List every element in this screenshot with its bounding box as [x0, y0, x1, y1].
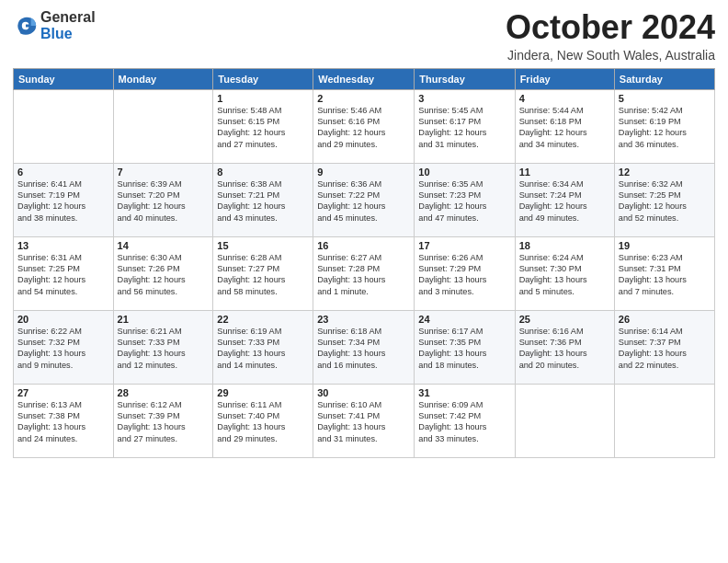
day-number: 6	[17, 167, 109, 178]
day-info: Sunrise: 6:34 AM Sunset: 7:24 PM Dayligh…	[519, 178, 610, 224]
col-tuesday: Tuesday	[213, 68, 313, 89]
day-info: Sunrise: 6:27 AM Sunset: 7:28 PM Dayligh…	[317, 252, 410, 298]
calendar-header-row: Sunday Monday Tuesday Wednesday Thursday…	[14, 68, 715, 89]
page: General Blue October 2024 Jindera, New S…	[0, 0, 728, 563]
table-row: 6Sunrise: 6:41 AM Sunset: 7:19 PM Daylig…	[14, 163, 114, 236]
day-info: Sunrise: 6:36 AM Sunset: 7:22 PM Dayligh…	[317, 178, 410, 224]
day-info: Sunrise: 6:10 AM Sunset: 7:41 PM Dayligh…	[317, 399, 410, 445]
day-info: Sunrise: 6:12 AM Sunset: 7:39 PM Dayligh…	[118, 399, 210, 445]
day-info: Sunrise: 5:46 AM Sunset: 6:16 PM Dayligh…	[317, 105, 410, 151]
table-row: 5Sunrise: 5:42 AM Sunset: 6:19 PM Daylig…	[614, 89, 714, 163]
day-number: 16	[317, 240, 410, 251]
day-number: 23	[317, 314, 410, 325]
day-info: Sunrise: 5:45 AM Sunset: 6:17 PM Dayligh…	[418, 105, 510, 151]
day-info: Sunrise: 6:24 AM Sunset: 7:30 PM Dayligh…	[519, 252, 610, 298]
day-info: Sunrise: 6:30 AM Sunset: 7:26 PM Dayligh…	[118, 252, 210, 298]
table-row: 15Sunrise: 6:28 AM Sunset: 7:27 PM Dayli…	[213, 236, 313, 310]
day-number: 22	[217, 314, 309, 325]
calendar-week-row: 20Sunrise: 6:22 AM Sunset: 7:32 PM Dayli…	[14, 310, 715, 384]
day-info: Sunrise: 6:35 AM Sunset: 7:23 PM Dayligh…	[418, 178, 510, 224]
day-number: 20	[17, 314, 109, 325]
day-info: Sunrise: 5:48 AM Sunset: 6:15 PM Dayligh…	[217, 105, 309, 151]
table-row: 3Sunrise: 5:45 AM Sunset: 6:17 PM Daylig…	[415, 89, 515, 163]
col-saturday: Saturday	[614, 68, 714, 89]
day-info: Sunrise: 6:09 AM Sunset: 7:42 PM Dayligh…	[418, 399, 510, 445]
day-number: 19	[619, 240, 711, 251]
day-info: Sunrise: 6:13 AM Sunset: 7:38 PM Dayligh…	[17, 399, 109, 445]
table-row: 23Sunrise: 6:18 AM Sunset: 7:34 PM Dayli…	[313, 310, 415, 384]
day-info: Sunrise: 6:11 AM Sunset: 7:40 PM Dayligh…	[217, 399, 309, 445]
logo: General Blue	[13, 9, 96, 41]
day-info: Sunrise: 6:38 AM Sunset: 7:21 PM Dayligh…	[217, 178, 309, 224]
table-row: 17Sunrise: 6:26 AM Sunset: 7:29 PM Dayli…	[415, 236, 515, 310]
col-friday: Friday	[515, 68, 614, 89]
logo-general-label: General	[40, 9, 96, 26]
calendar-week-row: 13Sunrise: 6:31 AM Sunset: 7:25 PM Dayli…	[14, 236, 715, 310]
header: General Blue October 2024 Jindera, New S…	[13, 9, 715, 63]
day-number: 26	[619, 314, 711, 325]
day-info: Sunrise: 6:31 AM Sunset: 7:25 PM Dayligh…	[17, 252, 109, 298]
table-row: 12Sunrise: 6:32 AM Sunset: 7:25 PM Dayli…	[614, 163, 714, 236]
day-info: Sunrise: 6:16 AM Sunset: 7:36 PM Dayligh…	[519, 326, 610, 372]
day-number: 4	[519, 93, 610, 104]
col-thursday: Thursday	[415, 68, 515, 89]
table-row: 31Sunrise: 6:09 AM Sunset: 7:42 PM Dayli…	[415, 384, 515, 457]
table-row: 29Sunrise: 6:11 AM Sunset: 7:40 PM Dayli…	[213, 384, 313, 457]
day-info: Sunrise: 6:22 AM Sunset: 7:32 PM Dayligh…	[17, 326, 109, 372]
table-row	[515, 384, 614, 457]
table-row: 25Sunrise: 6:16 AM Sunset: 7:36 PM Dayli…	[515, 310, 614, 384]
table-row: 14Sunrise: 6:30 AM Sunset: 7:26 PM Dayli…	[113, 236, 213, 310]
main-title: October 2024	[506, 9, 715, 46]
table-row: 8Sunrise: 6:38 AM Sunset: 7:21 PM Daylig…	[213, 163, 313, 236]
table-row	[113, 89, 213, 163]
table-row: 22Sunrise: 6:19 AM Sunset: 7:33 PM Dayli…	[213, 310, 313, 384]
table-row: 7Sunrise: 6:39 AM Sunset: 7:20 PM Daylig…	[113, 163, 213, 236]
col-sunday: Sunday	[14, 68, 114, 89]
day-number: 17	[418, 240, 510, 251]
table-row	[14, 89, 114, 163]
day-number: 30	[317, 387, 410, 398]
calendar-week-row: 1Sunrise: 5:48 AM Sunset: 6:15 PM Daylig…	[14, 89, 715, 163]
day-info: Sunrise: 5:42 AM Sunset: 6:19 PM Dayligh…	[619, 105, 711, 151]
day-number: 1	[217, 93, 309, 104]
day-info: Sunrise: 5:44 AM Sunset: 6:18 PM Dayligh…	[519, 105, 610, 151]
logo-blue-label: Blue	[40, 26, 96, 42]
day-number: 3	[418, 93, 510, 104]
table-row: 9Sunrise: 6:36 AM Sunset: 7:22 PM Daylig…	[313, 163, 415, 236]
day-number: 5	[619, 93, 711, 104]
table-row: 20Sunrise: 6:22 AM Sunset: 7:32 PM Dayli…	[14, 310, 114, 384]
day-number: 27	[17, 387, 109, 398]
day-number: 13	[17, 240, 109, 251]
table-row: 30Sunrise: 6:10 AM Sunset: 7:41 PM Dayli…	[313, 384, 415, 457]
table-row: 24Sunrise: 6:17 AM Sunset: 7:35 PM Dayli…	[415, 310, 515, 384]
day-info: Sunrise: 6:39 AM Sunset: 7:20 PM Dayligh…	[118, 178, 210, 224]
day-number: 29	[217, 387, 309, 398]
table-row: 4Sunrise: 5:44 AM Sunset: 6:18 PM Daylig…	[515, 89, 614, 163]
col-wednesday: Wednesday	[313, 68, 415, 89]
day-info: Sunrise: 6:28 AM Sunset: 7:27 PM Dayligh…	[217, 252, 309, 298]
day-number: 9	[317, 167, 410, 178]
calendar-week-row: 6Sunrise: 6:41 AM Sunset: 7:19 PM Daylig…	[14, 163, 715, 236]
table-row: 26Sunrise: 6:14 AM Sunset: 7:37 PM Dayli…	[614, 310, 714, 384]
day-number: 28	[118, 387, 210, 398]
day-number: 8	[217, 167, 309, 178]
day-number: 15	[217, 240, 309, 251]
day-number: 31	[418, 387, 510, 398]
day-info: Sunrise: 6:23 AM Sunset: 7:31 PM Dayligh…	[619, 252, 711, 298]
table-row: 16Sunrise: 6:27 AM Sunset: 7:28 PM Dayli…	[313, 236, 415, 310]
day-info: Sunrise: 6:18 AM Sunset: 7:34 PM Dayligh…	[317, 326, 410, 372]
day-number: 21	[118, 314, 210, 325]
calendar-week-row: 27Sunrise: 6:13 AM Sunset: 7:38 PM Dayli…	[14, 384, 715, 457]
logo-text: General Blue	[40, 9, 96, 41]
subtitle: Jindera, New South Wales, Australia	[506, 48, 715, 63]
table-row: 18Sunrise: 6:24 AM Sunset: 7:30 PM Dayli…	[515, 236, 614, 310]
table-row: 11Sunrise: 6:34 AM Sunset: 7:24 PM Dayli…	[515, 163, 614, 236]
day-number: 10	[418, 167, 510, 178]
day-number: 18	[519, 240, 610, 251]
day-info: Sunrise: 6:17 AM Sunset: 7:35 PM Dayligh…	[418, 326, 510, 372]
day-number: 2	[317, 93, 410, 104]
day-number: 11	[519, 167, 610, 178]
calendar-table: Sunday Monday Tuesday Wednesday Thursday…	[13, 68, 715, 458]
day-info: Sunrise: 6:19 AM Sunset: 7:33 PM Dayligh…	[217, 326, 309, 372]
day-info: Sunrise: 6:21 AM Sunset: 7:33 PM Dayligh…	[118, 326, 210, 372]
